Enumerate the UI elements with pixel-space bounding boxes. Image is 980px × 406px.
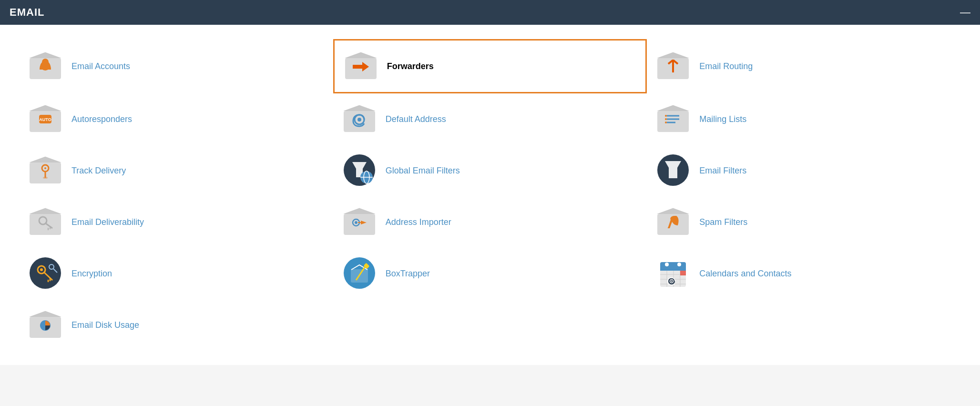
boxtrapper-icon xyxy=(343,256,377,291)
global-email-filters-icon xyxy=(343,153,377,188)
email-disk-usage-label: Email Disk Usage xyxy=(71,320,139,330)
address-importer-label: Address Importer xyxy=(386,217,451,227)
email-deliverability-icon xyxy=(29,205,63,239)
email-accounts-label: Email Accounts xyxy=(71,61,130,71)
svg-point-2 xyxy=(42,59,49,65)
main-content: Email Accounts Forwarders Email Routing xyxy=(0,25,980,365)
item-forwarders[interactable]: Forwarders xyxy=(333,39,647,93)
item-spam-filters[interactable]: Spam Filters xyxy=(647,196,961,248)
encryption-icon xyxy=(29,256,63,291)
default-address-icon xyxy=(343,102,377,136)
svg-rect-58 xyxy=(660,267,686,271)
forwarders-icon xyxy=(344,49,378,83)
svg-rect-67 xyxy=(680,271,686,275)
svg-rect-15 xyxy=(657,111,689,132)
track-delivery-label: Track Delivery xyxy=(71,166,126,176)
autoresponders-label: Autoresponders xyxy=(71,114,132,124)
item-default-address[interactable]: Default Address xyxy=(333,93,647,145)
item-mailing-lists[interactable]: Mailing Lists xyxy=(647,93,961,145)
email-routing-label: Email Routing xyxy=(699,61,753,71)
item-email-deliverability[interactable]: Email Deliverability xyxy=(19,196,333,248)
svg-point-40 xyxy=(355,221,357,224)
email-accounts-icon xyxy=(29,49,63,83)
default-address-label: Default Address xyxy=(386,114,446,124)
svg-point-19 xyxy=(665,115,667,117)
item-boxtrapper[interactable]: BoxTrapper xyxy=(333,248,647,299)
email-deliverability-label: Email Deliverability xyxy=(71,217,144,227)
svg-text:AUTO: AUTO xyxy=(39,117,51,122)
calendars-contacts-label: Calendars and Contacts xyxy=(699,269,791,279)
svg-point-14 xyxy=(357,118,361,122)
header-title: EMAIL xyxy=(10,6,44,19)
spam-filters-label: Spam Filters xyxy=(699,217,747,227)
item-email-disk-usage[interactable]: Email Disk Usage xyxy=(19,299,333,351)
boxtrapper-label: BoxTrapper xyxy=(386,269,430,279)
item-autoresponders[interactable]: AUTO Autoresponders xyxy=(19,93,333,145)
svg-point-24 xyxy=(44,167,46,169)
item-encryption[interactable]: Encryption xyxy=(19,248,333,299)
autoresponders-icon: AUTO xyxy=(29,102,63,136)
svg-point-20 xyxy=(665,118,667,120)
svg-point-46 xyxy=(40,268,43,271)
item-email-routing[interactable]: Email Routing xyxy=(647,39,961,93)
minimize-button[interactable]: — xyxy=(960,6,970,19)
email-filters-icon xyxy=(656,153,691,188)
svg-point-60 xyxy=(677,263,681,266)
items-grid: Email Accounts Forwarders Email Routing xyxy=(19,39,961,351)
svg-point-21 xyxy=(665,122,667,123)
spam-filters-icon xyxy=(656,205,691,239)
address-importer-icon xyxy=(343,205,377,239)
email-disk-usage-icon xyxy=(29,308,63,342)
item-track-delivery[interactable]: Track Delivery xyxy=(19,145,333,196)
item-email-filters[interactable]: Email Filters xyxy=(647,145,961,196)
item-address-importer[interactable]: Address Importer xyxy=(333,196,647,248)
svg-point-59 xyxy=(665,263,669,266)
item-email-accounts[interactable]: Email Accounts xyxy=(19,39,333,93)
svg-point-70 xyxy=(671,281,672,282)
item-calendars-contacts[interactable]: Calendars and Contacts xyxy=(647,248,961,299)
svg-point-25 xyxy=(43,177,48,179)
email-routing-icon xyxy=(656,49,691,83)
email-filters-label: Email Filters xyxy=(699,166,746,176)
forwarders-label: Forwarders xyxy=(387,61,434,71)
mailing-lists-label: Mailing Lists xyxy=(699,114,746,124)
encryption-label: Encryption xyxy=(71,269,112,279)
mailing-lists-icon xyxy=(656,102,691,136)
global-email-filters-label: Global Email Filters xyxy=(386,166,460,176)
app-header: EMAIL — xyxy=(0,0,980,25)
track-delivery-icon xyxy=(29,153,63,188)
item-global-email-filters[interactable]: Global Email Filters xyxy=(333,145,647,196)
calendars-contacts-icon xyxy=(656,256,691,291)
